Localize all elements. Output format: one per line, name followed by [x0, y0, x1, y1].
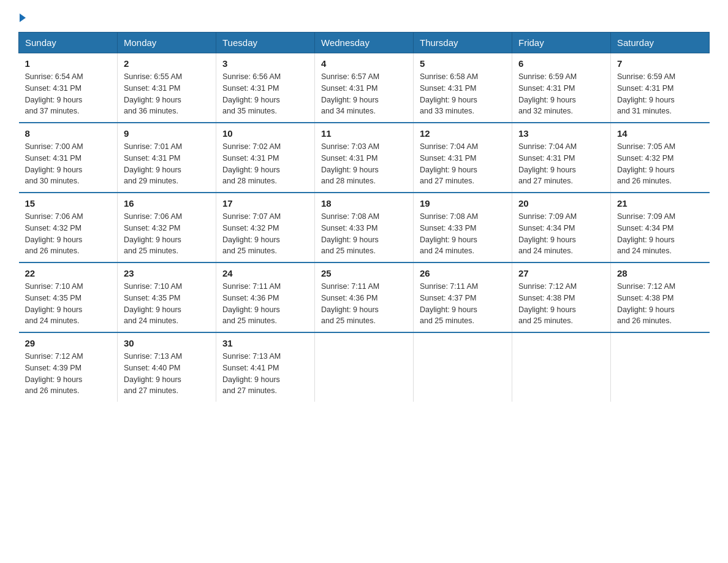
calendar-cell: 10Sunrise: 7:02 AMSunset: 4:31 PMDayligh…	[216, 123, 315, 193]
day-number: 4	[321, 58, 407, 69]
calendar-cell: 9Sunrise: 7:01 AMSunset: 4:31 PMDaylight…	[118, 123, 216, 193]
calendar-week-row: 1Sunrise: 6:54 AMSunset: 4:31 PMDaylight…	[19, 53, 710, 123]
calendar-cell: 27Sunrise: 7:12 AMSunset: 4:38 PMDayligh…	[512, 262, 611, 332]
calendar-cell: 5Sunrise: 6:58 AMSunset: 4:31 PMDaylight…	[414, 53, 512, 123]
day-info: Sunrise: 6:58 AMSunset: 4:31 PMDaylight:…	[420, 71, 506, 117]
day-info: Sunrise: 6:56 AMSunset: 4:31 PMDaylight:…	[222, 71, 308, 117]
calendar-cell: 11Sunrise: 7:03 AMSunset: 4:31 PMDayligh…	[315, 123, 414, 193]
day-info: Sunrise: 7:13 AMSunset: 4:41 PMDaylight:…	[222, 351, 308, 397]
day-number: 14	[617, 128, 703, 139]
day-info: Sunrise: 7:12 AMSunset: 4:38 PMDaylight:…	[617, 281, 703, 327]
column-header-tuesday: Tuesday	[216, 33, 315, 53]
calendar-cell: 1Sunrise: 6:54 AMSunset: 4:31 PMDaylight…	[19, 53, 118, 123]
day-info: Sunrise: 6:59 AMSunset: 4:31 PMDaylight:…	[518, 71, 604, 117]
day-number: 27	[518, 268, 604, 278]
day-number: 9	[124, 128, 210, 139]
day-number: 11	[321, 128, 407, 139]
day-number: 1	[25, 58, 112, 69]
calendar-cell: 6Sunrise: 6:59 AMSunset: 4:31 PMDaylight…	[512, 53, 611, 123]
day-info: Sunrise: 7:06 AMSunset: 4:32 PMDaylight:…	[25, 211, 112, 257]
calendar-cell: 15Sunrise: 7:06 AMSunset: 4:32 PMDayligh…	[19, 193, 118, 262]
calendar-cell: 23Sunrise: 7:10 AMSunset: 4:35 PMDayligh…	[118, 262, 216, 332]
day-info: Sunrise: 7:10 AMSunset: 4:35 PMDaylight:…	[124, 281, 210, 327]
calendar-week-row: 29Sunrise: 7:12 AMSunset: 4:39 PMDayligh…	[19, 332, 710, 402]
column-header-friday: Friday	[512, 33, 611, 53]
day-number: 12	[420, 128, 506, 139]
day-number: 17	[222, 198, 308, 209]
day-number: 15	[25, 198, 112, 209]
day-info: Sunrise: 7:13 AMSunset: 4:40 PMDaylight:…	[124, 351, 210, 397]
day-number: 13	[518, 128, 604, 139]
day-info: Sunrise: 7:05 AMSunset: 4:32 PMDaylight:…	[617, 141, 703, 187]
calendar-cell: 20Sunrise: 7:09 AMSunset: 4:34 PMDayligh…	[512, 193, 611, 262]
calendar-cell: 21Sunrise: 7:09 AMSunset: 4:34 PMDayligh…	[611, 193, 710, 262]
day-number: 5	[420, 58, 506, 69]
day-info: Sunrise: 7:08 AMSunset: 4:33 PMDaylight:…	[321, 211, 407, 257]
calendar-week-row: 15Sunrise: 7:06 AMSunset: 4:32 PMDayligh…	[19, 193, 710, 262]
calendar-cell: 7Sunrise: 6:59 AMSunset: 4:31 PMDaylight…	[611, 53, 710, 123]
calendar-cell: 13Sunrise: 7:04 AMSunset: 4:31 PMDayligh…	[512, 123, 611, 193]
day-number: 21	[617, 198, 703, 209]
calendar-cell	[512, 332, 611, 402]
calendar-table: SundayMondayTuesdayWednesdayThursdayFrid…	[18, 32, 710, 402]
calendar-cell	[611, 332, 710, 402]
calendar-cell: 18Sunrise: 7:08 AMSunset: 4:33 PMDayligh…	[315, 193, 414, 262]
calendar-cell: 4Sunrise: 6:57 AMSunset: 4:31 PMDaylight…	[315, 53, 414, 123]
calendar-cell: 17Sunrise: 7:07 AMSunset: 4:32 PMDayligh…	[216, 193, 315, 262]
day-info: Sunrise: 7:01 AMSunset: 4:31 PMDaylight:…	[124, 141, 210, 187]
day-info: Sunrise: 7:11 AMSunset: 4:37 PMDaylight:…	[420, 281, 506, 327]
calendar-cell: 31Sunrise: 7:13 AMSunset: 4:41 PMDayligh…	[216, 332, 315, 402]
calendar-cell	[315, 332, 414, 402]
day-number: 8	[25, 128, 112, 139]
day-number: 31	[222, 338, 308, 348]
column-header-monday: Monday	[118, 33, 216, 53]
calendar-cell: 16Sunrise: 7:06 AMSunset: 4:32 PMDayligh…	[118, 193, 216, 262]
column-header-wednesday: Wednesday	[315, 33, 414, 53]
day-number: 3	[222, 58, 308, 69]
day-number: 28	[617, 268, 703, 278]
calendar-cell: 22Sunrise: 7:10 AMSunset: 4:35 PMDayligh…	[19, 262, 118, 332]
day-info: Sunrise: 6:55 AMSunset: 4:31 PMDaylight:…	[124, 71, 210, 117]
calendar-cell: 25Sunrise: 7:11 AMSunset: 4:36 PMDayligh…	[315, 262, 414, 332]
column-header-thursday: Thursday	[414, 33, 512, 53]
day-info: Sunrise: 7:11 AMSunset: 4:36 PMDaylight:…	[222, 281, 308, 327]
day-info: Sunrise: 7:10 AMSunset: 4:35 PMDaylight:…	[25, 281, 112, 327]
day-number: 29	[25, 338, 112, 348]
page-header	[18, 12, 710, 22]
calendar-cell: 29Sunrise: 7:12 AMSunset: 4:39 PMDayligh…	[19, 332, 118, 402]
logo[interactable]	[18, 12, 26, 22]
day-number: 22	[25, 268, 112, 278]
calendar-cell	[414, 332, 512, 402]
calendar-cell: 28Sunrise: 7:12 AMSunset: 4:38 PMDayligh…	[611, 262, 710, 332]
column-header-sunday: Sunday	[19, 33, 118, 53]
day-number: 23	[124, 268, 210, 278]
calendar-cell: 8Sunrise: 7:00 AMSunset: 4:31 PMDaylight…	[19, 123, 118, 193]
logo-arrow-icon	[20, 13, 26, 22]
day-info: Sunrise: 6:54 AMSunset: 4:31 PMDaylight:…	[25, 71, 112, 117]
day-number: 2	[124, 58, 210, 69]
day-info: Sunrise: 7:02 AMSunset: 4:31 PMDaylight:…	[222, 141, 308, 187]
calendar-cell: 30Sunrise: 7:13 AMSunset: 4:40 PMDayligh…	[118, 332, 216, 402]
calendar-cell: 24Sunrise: 7:11 AMSunset: 4:36 PMDayligh…	[216, 262, 315, 332]
calendar-cell: 19Sunrise: 7:08 AMSunset: 4:33 PMDayligh…	[414, 193, 512, 262]
calendar-cell: 12Sunrise: 7:04 AMSunset: 4:31 PMDayligh…	[414, 123, 512, 193]
column-header-saturday: Saturday	[611, 33, 710, 53]
day-info: Sunrise: 6:59 AMSunset: 4:31 PMDaylight:…	[617, 71, 703, 117]
calendar-cell: 26Sunrise: 7:11 AMSunset: 4:37 PMDayligh…	[414, 262, 512, 332]
day-number: 7	[617, 58, 703, 69]
day-info: Sunrise: 7:12 AMSunset: 4:38 PMDaylight:…	[518, 281, 604, 327]
calendar-header-row: SundayMondayTuesdayWednesdayThursdayFrid…	[19, 33, 710, 53]
calendar-cell: 2Sunrise: 6:55 AMSunset: 4:31 PMDaylight…	[118, 53, 216, 123]
day-info: Sunrise: 7:07 AMSunset: 4:32 PMDaylight:…	[222, 211, 308, 257]
day-info: Sunrise: 7:11 AMSunset: 4:36 PMDaylight:…	[321, 281, 407, 327]
day-number: 30	[124, 338, 210, 348]
day-info: Sunrise: 7:09 AMSunset: 4:34 PMDaylight:…	[617, 211, 703, 257]
calendar-cell: 3Sunrise: 6:56 AMSunset: 4:31 PMDaylight…	[216, 53, 315, 123]
day-number: 18	[321, 198, 407, 209]
day-number: 20	[518, 198, 604, 209]
day-number: 6	[518, 58, 604, 69]
day-number: 25	[321, 268, 407, 278]
day-info: Sunrise: 7:04 AMSunset: 4:31 PMDaylight:…	[420, 141, 506, 187]
day-info: Sunrise: 7:06 AMSunset: 4:32 PMDaylight:…	[124, 211, 210, 257]
day-info: Sunrise: 7:09 AMSunset: 4:34 PMDaylight:…	[518, 211, 604, 257]
